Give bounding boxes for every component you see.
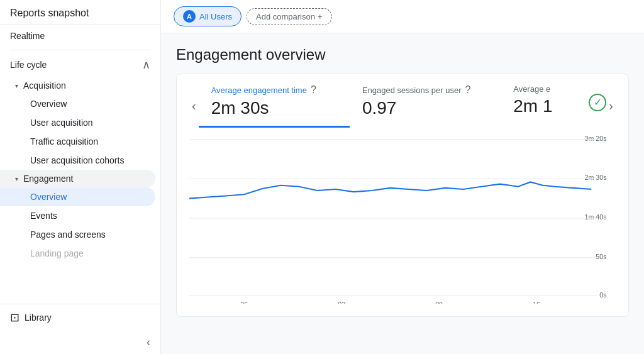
metrics-prev-button[interactable]: ‹ — [189, 96, 199, 116]
all-users-avatar: A — [183, 10, 196, 23]
add-comparison-button[interactable]: Add comparison + — [247, 8, 332, 25]
metric-value-2: 0.97 — [362, 98, 488, 118]
metric-value-3: 2m 1 — [513, 96, 576, 116]
metrics-row: ‹ Average engagement time ? 2m 30s Engag… — [177, 74, 628, 128]
svg-text:50s: 50s — [596, 252, 607, 260]
metric-label-text-2: Engaged sessions per user — [362, 86, 462, 95]
add-comparison-label: Add comparison — [256, 12, 315, 21]
sidebar-title: Reports snapshot — [0, 0, 160, 25]
engagement-group: ▾ Engagement Overview Events Pages and s… — [0, 170, 160, 263]
metric-avg-engagement-other[interactable]: Average e 2m 1 — [501, 84, 589, 128]
svg-text:2m 30s: 2m 30s — [585, 174, 607, 181]
sidebar-item-library[interactable]: ⊡ Library — [0, 304, 160, 331]
plus-icon: + — [318, 12, 323, 21]
metric-label-2: Engaged sessions per user ? — [362, 84, 488, 96]
sidebar-item-overview[interactable]: Overview — [0, 94, 155, 113]
engagement-chart-svg: 3m 20s 2m 30s 1m 40s 50s 0s 26 May — [189, 133, 616, 304]
sidebar-item-events[interactable]: Events — [0, 206, 155, 225]
svg-text:0s: 0s — [599, 290, 607, 298]
metric-engaged-sessions[interactable]: Engaged sessions per user ? 0.97 — [350, 84, 501, 128]
triangle-down-icon-engagement: ▾ — [15, 175, 18, 182]
sidebar-item-user-acquisition[interactable]: User acquisition — [0, 113, 155, 132]
svg-text:26: 26 — [240, 301, 248, 304]
lifecycle-section[interactable]: Life cycle ∧ — [0, 53, 160, 77]
engagement-chart-card: ‹ Average engagement time ? 2m 30s Engag… — [176, 74, 629, 317]
sidebar-item-realtime[interactable]: Realtime — [0, 25, 160, 47]
svg-text:02: 02 — [338, 301, 345, 304]
metrics-next-button[interactable]: › — [606, 96, 616, 116]
svg-text:16: 16 — [533, 301, 540, 304]
metric-info-icon-1[interactable]: ? — [311, 84, 316, 96]
sidebar-item-user-acquisition-cohorts[interactable]: User acquisition cohorts — [0, 151, 155, 170]
chevron-up-icon: ∧ — [142, 58, 150, 72]
main-content: A All Users Add comparison + Engagement … — [161, 0, 644, 354]
metric-label-1: Average engagement time ? — [211, 84, 337, 96]
metrics-container: Average engagement time ? 2m 30s Engaged… — [199, 84, 589, 128]
page-title: Engagement overview — [176, 46, 629, 64]
library-icon: ⊡ — [10, 311, 19, 324]
all-users-label: All Users — [199, 12, 232, 21]
chart-area: 3m 20s 2m 30s 1m 40s 50s 0s 26 May — [177, 128, 628, 316]
svg-text:09: 09 — [435, 301, 443, 304]
metric-avg-engagement-time[interactable]: Average engagement time ? 2m 30s — [199, 84, 350, 128]
sidebar-item-pages-and-screens[interactable]: Pages and screens — [0, 225, 155, 244]
svg-text:1m 40s: 1m 40s — [585, 213, 607, 221]
engagement-header[interactable]: ▾ Engagement — [0, 170, 155, 187]
metric-value-1: 2m 30s — [211, 98, 337, 118]
acquisition-group: ▾ Acquisition Overview User acquisition … — [0, 77, 160, 170]
check-icon: ✓ — [589, 94, 606, 111]
content-area: Engagement overview ‹ Average engagement… — [161, 33, 644, 354]
sidebar-item-landing-page[interactable]: Landing page — [0, 244, 155, 263]
sidebar-item-traffic-acquisition[interactable]: Traffic acquisition — [0, 132, 155, 151]
triangle-down-icon: ▾ — [15, 82, 18, 89]
sidebar: Reports snapshot Realtime Life cycle ∧ ▾… — [0, 0, 161, 354]
collapse-icon: ‹ — [147, 336, 150, 349]
metric-label-text-3: Average e — [513, 84, 550, 94]
acquisition-label: Acquisition — [23, 80, 66, 91]
metric-info-icon-2[interactable]: ? — [465, 84, 470, 96]
lifecycle-label: Life cycle — [10, 60, 47, 70]
library-label: Library — [25, 313, 52, 323]
acquisition-header[interactable]: ▾ Acquisition — [0, 77, 160, 94]
svg-text:3m 20s: 3m 20s — [585, 134, 607, 141]
all-users-filter[interactable]: A All Users — [174, 6, 242, 26]
engagement-label: Engagement — [23, 174, 73, 184]
metric-label-3: Average e — [513, 84, 576, 94]
sidebar-item-engagement-overview[interactable]: Overview — [0, 187, 155, 206]
top-bar: A All Users Add comparison + — [161, 0, 644, 33]
sidebar-divider — [10, 50, 150, 50]
metric-label-text-1: Average engagement time — [211, 86, 307, 95]
sidebar-collapse-button[interactable]: ‹ — [0, 331, 160, 354]
